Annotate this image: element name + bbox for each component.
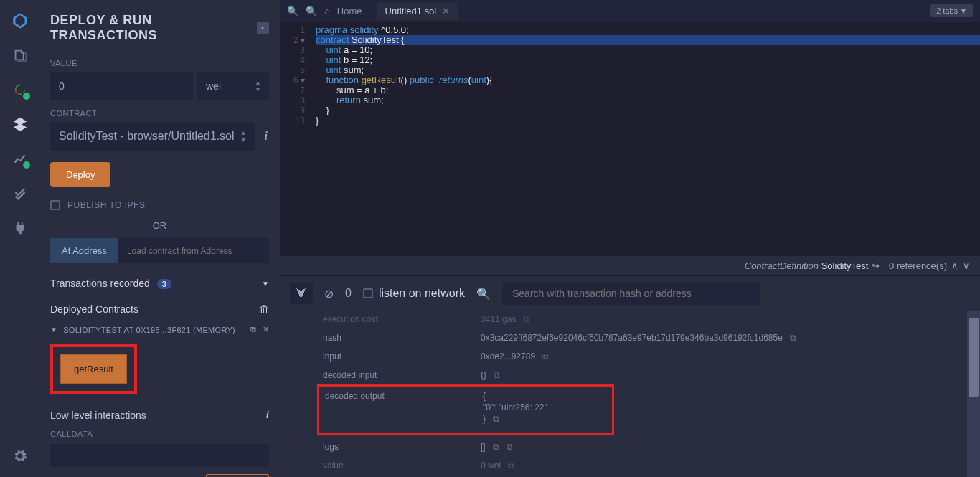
- chevron-down-icon[interactable]: ∨: [963, 260, 970, 271]
- home-icon[interactable]: ⌂: [324, 6, 330, 16]
- value-input[interactable]: [50, 72, 193, 100]
- code-editor[interactable]: 1 2 ▾3 4 5 6 ▾7 8 9 10 pragma solidity ^…: [280, 22, 980, 256]
- collapse-icon[interactable]: ⮟: [290, 283, 313, 304]
- zoom-out-icon[interactable]: 🔍: [306, 6, 317, 16]
- logo-icon[interactable]: [10, 11, 30, 31]
- transact-button[interactable]: Transact: [206, 474, 269, 477]
- tx-search-input[interactable]: [502, 282, 760, 305]
- deployed-contracts-header: Deployed Contracts 🗑: [50, 303, 269, 315]
- editor-code[interactable]: pragma solidity ^0.5.0;contract Solidity…: [312, 22, 980, 256]
- copy-icon[interactable]: ⧉: [507, 442, 513, 452]
- clear-icon[interactable]: ⊘: [324, 287, 334, 301]
- home-link[interactable]: Home: [337, 6, 362, 16]
- deployed-contract-item[interactable]: ▼ SOLIDITYTEST AT 0X195...3F621 (MEMORY)…: [50, 325, 269, 334]
- search-icon[interactable]: 🔍: [476, 287, 491, 301]
- settings-icon[interactable]: [10, 446, 30, 466]
- get-result-button[interactable]: getResult: [60, 354, 127, 384]
- deploy-icon[interactable]: [10, 114, 30, 134]
- at-address-button[interactable]: At Address: [50, 238, 118, 263]
- main-area: 🔍 🔍 ⌂ Home Untitled1.sol ✕ 2 tabs▼ 1 2 ▾…: [280, 0, 980, 477]
- calldata-input[interactable]: [50, 444, 269, 467]
- info-icon[interactable]: i: [266, 410, 269, 421]
- or-separator: OR: [50, 220, 269, 231]
- copy-icon[interactable]: ⧉: [250, 325, 256, 334]
- unit-select[interactable]: wei▲▼: [197, 72, 269, 100]
- tx-recorded-header[interactable]: Transactions recorded 3 ▼: [50, 278, 269, 289]
- calldata-label: CALLDATA: [50, 430, 269, 438]
- decoded-output-highlight: decoded output{ "0": "uint256: 22" }⧉: [317, 384, 614, 435]
- pending-count: 0: [345, 287, 352, 300]
- share-icon[interactable]: ↪: [871, 260, 879, 271]
- zoom-in-icon[interactable]: 🔍: [287, 6, 298, 16]
- tx-count-badge: 3: [157, 279, 171, 289]
- copy-icon[interactable]: ⧉: [523, 314, 529, 324]
- listen-network-toggle[interactable]: listen on network: [363, 287, 465, 300]
- chevron-down-icon[interactable]: ▼: [262, 280, 269, 288]
- plug-icon[interactable]: [10, 217, 30, 237]
- info-icon[interactable]: i: [259, 130, 269, 143]
- tabs-dropdown[interactable]: 2 tabs▼: [930, 4, 973, 17]
- copy-icon[interactable]: ⧉: [493, 414, 499, 424]
- value-label: VALUE: [50, 59, 269, 67]
- terminal-scrollbar[interactable]: [967, 311, 980, 477]
- analytics-icon[interactable]: [10, 148, 30, 169]
- icon-sidebar: [0, 0, 39, 477]
- copy-icon[interactable]: ⧉: [508, 461, 514, 471]
- editor-gutter: 1 2 ▾3 4 5 6 ▾7 8 9 10: [280, 22, 312, 256]
- contract-label: CONTRACT: [50, 109, 269, 118]
- copy-icon[interactable]: ⧉: [493, 442, 499, 452]
- contract-select[interactable]: SolidityTest - browser/Untitled1.sol▲▼: [50, 122, 255, 151]
- deploy-run-panel: DEPLOY & RUN TRANSACTIONS ▪ VALUE wei▲▼ …: [39, 0, 280, 477]
- panel-menu-icon[interactable]: ▪: [257, 22, 269, 34]
- close-icon[interactable]: ✕: [263, 325, 269, 334]
- panel-title: DEPLOY & RUN TRANSACTIONS ▪: [50, 0, 269, 50]
- copy-icon[interactable]: ⧉: [542, 351, 549, 362]
- publish-ipfs-checkbox[interactable]: [50, 200, 60, 210]
- terminal-output[interactable]: execution cost3411 gas⧉ hash0x3ca229ff68…: [280, 311, 980, 477]
- files-icon[interactable]: [10, 45, 30, 65]
- low-level-header: Low level interactions i: [50, 410, 269, 421]
- chevron-down-icon[interactable]: ▼: [50, 326, 57, 334]
- active-tab[interactable]: Untitled1.sol ✕: [377, 2, 459, 20]
- chevron-up-icon[interactable]: ∧: [951, 260, 958, 271]
- close-tab-icon[interactable]: ✕: [442, 6, 450, 16]
- publish-ipfs-row[interactable]: PUBLISH TO IPFS: [50, 200, 269, 210]
- trash-icon[interactable]: 🗑: [259, 303, 269, 315]
- at-address-input[interactable]: [118, 238, 269, 263]
- check-icon[interactable]: [10, 183, 30, 203]
- copy-icon[interactable]: ⧉: [494, 370, 500, 380]
- editor-info-bar: ContractDefinition SolidityTest ↪ 0 refe…: [280, 256, 980, 275]
- deploy-button[interactable]: Deploy: [50, 162, 110, 187]
- compile-icon[interactable]: [10, 80, 30, 100]
- get-result-highlight: getResult: [50, 344, 137, 394]
- copy-icon[interactable]: ⧉: [790, 333, 796, 343]
- editor-tabs-bar: 🔍 🔍 ⌂ Home Untitled1.sol ✕ 2 tabs▼: [280, 0, 980, 22]
- terminal-toolbar: ⮟ ⊘ 0 listen on network 🔍: [280, 275, 980, 311]
